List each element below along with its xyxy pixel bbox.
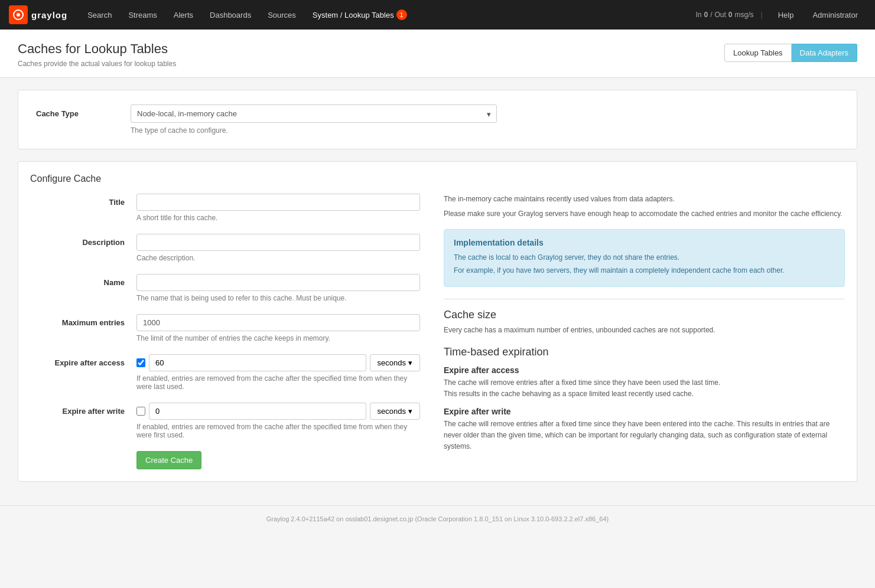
cache-size-title: Cache size — [444, 309, 845, 321]
expire-write-value-input[interactable] — [149, 403, 366, 420]
max-entries-label: Maximum entries — [30, 314, 136, 327]
info-divider1 — [444, 299, 845, 299]
navbar: graylog Search Streams Alerts Dashboards… — [0, 0, 875, 30]
name-content: The name that is being used to refer to … — [136, 274, 420, 302]
max-entries-input[interactable]: 1000 — [136, 314, 420, 331]
name-row: Name The name that is being used to refe… — [30, 274, 420, 302]
content-area: Cache Type Node-local, in-memory cache T… — [0, 78, 875, 505]
out-count: 0 — [728, 11, 733, 19]
expire-access-label: Expire after access — [30, 354, 136, 367]
expire-access-info-text1: The cache will remove entries after a fi… — [444, 377, 845, 388]
header-text: Caches for Lookup Tables Caches provide … — [18, 41, 176, 68]
expire-write-unit-dropdown: seconds ▾ — [370, 403, 420, 420]
expire-access-unit-dropdown: seconds ▾ — [370, 354, 420, 371]
cache-size-text: Every cache has a maximum number of entr… — [444, 325, 845, 336]
logo-icon — [9, 5, 28, 24]
expire-write-info-title: Expire after write — [444, 407, 845, 416]
configure-title: Configure Cache — [30, 174, 845, 184]
cache-type-panel: Cache Type Node-local, in-memory cache T… — [18, 90, 857, 149]
brand[interactable]: graylog — [9, 5, 67, 24]
name-input[interactable] — [136, 274, 420, 291]
nav-streams[interactable]: Streams — [120, 0, 165, 30]
nav-search[interactable]: Search — [79, 0, 120, 30]
description-content: Cache description. — [136, 234, 420, 262]
data-adapters-button[interactable]: Data Adapters — [792, 44, 857, 62]
cache-type-row: Cache Type Node-local, in-memory cache — [36, 104, 839, 123]
nav-admin[interactable]: Administrator — [804, 0, 866, 30]
expire-write-checkbox[interactable] — [136, 407, 145, 416]
footer: Graylog 2.4.0+2115a42 on osslab01.design… — [0, 505, 875, 532]
msg-label: msg/s — [735, 11, 754, 19]
name-help: The name that is being used to refer to … — [136, 294, 420, 302]
configure-cache-panel: Configure Cache Title A short title for … — [18, 161, 857, 482]
nav-system-lookup[interactable]: System / Lookup Tables 1 — [304, 0, 415, 30]
cache-type-select-wrapper: Node-local, in-memory cache — [131, 104, 497, 123]
max-entries-content: 1000 The limit of the number of entries … — [136, 314, 420, 342]
cache-type-label: Cache Type — [36, 109, 131, 118]
in-count: 0 — [704, 11, 708, 19]
expire-write-label: Expire after write — [30, 403, 136, 416]
separator1: / — [710, 11, 712, 19]
description-row: Description Cache description. — [30, 234, 420, 262]
nav-help[interactable]: Help — [770, 0, 802, 30]
expire-write-info-text: The cache will remove entries after a fi… — [444, 419, 845, 453]
expire-access-unit-button[interactable]: seconds ▾ — [370, 354, 420, 371]
info-desc2: Please make sure your Graylog servers ha… — [444, 208, 845, 220]
expire-write-row: Expire after write seconds ▾ — [30, 403, 420, 439]
in-label: In — [695, 11, 701, 19]
max-entries-help: The limit of the number of entries the c… — [136, 334, 420, 342]
expire-access-info-title: Expire after access — [444, 365, 845, 375]
nav-badge: 1 — [396, 9, 407, 20]
expire-access-caret: ▾ — [408, 358, 412, 367]
expire-access-value-input[interactable] — [149, 354, 366, 371]
expire-write-unit-button[interactable]: seconds ▾ — [370, 403, 420, 420]
title-label: Title — [30, 194, 136, 207]
expire-access-info-text2: This results in the cache behaving as a … — [444, 388, 845, 400]
description-help: Cache description. — [136, 254, 420, 262]
page-title: Caches for Lookup Tables — [18, 41, 176, 57]
expire-access-help: If enabled, entries are removed from the… — [136, 374, 420, 391]
header-buttons: Lookup Tables Data Adapters — [724, 44, 857, 62]
expire-write-content: seconds ▾ If enabled, entries are remove… — [136, 403, 420, 439]
create-cache-button[interactable]: Create Cache — [136, 451, 201, 469]
nav-right: In 0 / Out 0 msg/s | Help Administrator — [695, 0, 866, 30]
time-based-title: Time-based expiration — [444, 346, 845, 358]
expire-write-unit-label: seconds — [378, 407, 406, 416]
out-label: Out — [715, 11, 726, 19]
expire-access-unit-label: seconds — [378, 358, 406, 367]
svg-point-1 — [17, 13, 20, 17]
expire-access-checkbox[interactable] — [136, 358, 145, 367]
nav-links: Search Streams Alerts Dashboards Sources… — [79, 0, 695, 30]
max-entries-row: Maximum entries 1000 The limit of the nu… — [30, 314, 420, 342]
title-content: A short title for this cache. — [136, 194, 420, 222]
info-desc1: The in-memory cache maintains recently u… — [444, 194, 845, 205]
cache-type-select[interactable]: Node-local, in-memory cache — [131, 104, 497, 123]
description-label: Description — [30, 234, 136, 247]
impl-line1: The cache is local to each Graylog serve… — [454, 252, 835, 263]
nav-dashboards[interactable]: Dashboards — [201, 0, 259, 30]
impl-line2: For example, if you have two servers, th… — [454, 265, 835, 276]
implementation-box: Implementation details The cache is loca… — [444, 229, 845, 287]
expire-write-help: If enabled, entries are removed from the… — [136, 423, 420, 439]
expire-access-input-row: seconds ▾ — [136, 354, 420, 371]
expire-access-row: Expire after access seconds ▾ — [30, 354, 420, 391]
title-help: A short title for this cache. — [136, 214, 420, 222]
config-section: Title A short title for this cache. Desc… — [30, 194, 845, 469]
page-subtitle: Caches provide the actual values for loo… — [18, 60, 176, 68]
configure-panel-body: Configure Cache Title A short title for … — [18, 162, 857, 481]
nav-sources[interactable]: Sources — [259, 0, 304, 30]
config-info: The in-memory cache maintains recently u… — [444, 194, 845, 469]
expire-access-content: seconds ▾ If enabled, entries are remove… — [136, 354, 420, 391]
separator2: | — [761, 11, 763, 19]
submit-area: Create Cache — [136, 451, 420, 469]
nav-alerts[interactable]: Alerts — [165, 0, 201, 30]
lookup-tables-button[interactable]: Lookup Tables — [724, 44, 792, 62]
cache-type-help: The type of cache to configure. — [131, 126, 839, 135]
brand-name: graylog — [31, 10, 67, 20]
description-input[interactable] — [136, 234, 420, 251]
footer-text: Graylog 2.4.0+2115a42 on osslab01.design… — [266, 515, 609, 522]
title-row: Title A short title for this cache. — [30, 194, 420, 222]
title-input[interactable] — [136, 194, 420, 211]
config-form: Title A short title for this cache. Desc… — [30, 194, 420, 469]
page-header: Caches for Lookup Tables Caches provide … — [0, 30, 875, 78]
